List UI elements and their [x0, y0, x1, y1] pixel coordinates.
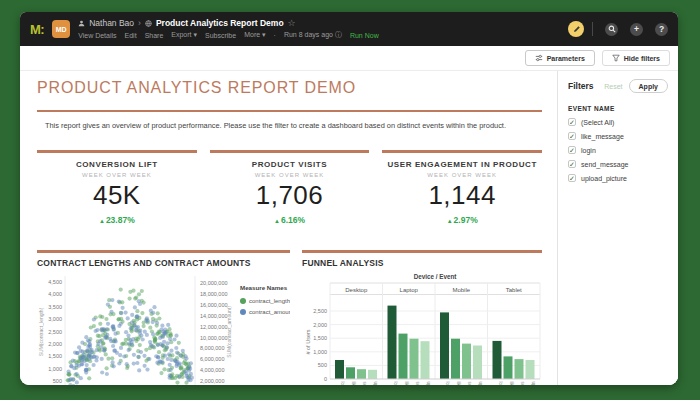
contract-scatter-svg[interactable]: 4,5004,0003,5003,0002,5002,0001,5001,000… [37, 270, 290, 385]
filters-apply-button[interactable]: Apply [629, 79, 668, 93]
topbar-action-edit[interactable]: Edit [125, 32, 137, 39]
svg-text:upload_picture: upload_picture [531, 382, 536, 386]
main-area: PRODUCT ANALYTICS REPORT DEMO This repor… [20, 71, 678, 385]
kpi-card-user-engagement: USER ENGAGEMENT IN PRODUCT WEEK OVER WEE… [382, 150, 542, 232]
svg-text:18,000,000: 18,000,000 [200, 291, 228, 297]
add-icon[interactable]: + [630, 23, 643, 36]
kpi-title: PRODUCT VISITS [210, 160, 370, 169]
checkbox-icon[interactable]: ✓ [568, 160, 576, 168]
svg-text:SUM(contract_length): SUM(contract_length) [38, 307, 44, 356]
filters-title: Filters [568, 81, 604, 91]
filter-option-label: (Select All) [581, 119, 614, 126]
chart-title: FUNNEL ANALYSIS [302, 258, 542, 268]
checkbox-icon[interactable]: ✓ [568, 118, 576, 126]
topbar-action-more[interactable]: More ▾ [244, 31, 265, 39]
svg-text:upload_picture: upload_picture [478, 382, 483, 386]
svg-text:1,000: 1,000 [313, 349, 327, 355]
svg-text:contract_amour: contract_amour [249, 309, 290, 315]
funnel-bars-svg[interactable]: Device / Event05001,0001,5002,0002,500# … [302, 270, 542, 385]
report-canvas: PRODUCT ANALYTICS REPORT DEMO This repor… [20, 71, 557, 385]
filters-header: Filters Reset Apply [568, 79, 668, 93]
kpi-delta: ▲2.97% [382, 215, 542, 225]
svg-text:Device / Event: Device / Event [414, 273, 458, 280]
workspace-avatar[interactable]: MD [52, 20, 70, 38]
topbar-action-export[interactable]: Export ▾ [171, 31, 197, 39]
checkbox-icon[interactable]: ✓ [568, 132, 576, 140]
title-divider [37, 110, 542, 112]
svg-text:Tablet: Tablet [506, 287, 522, 293]
svg-text:3,000: 3,000 [48, 316, 62, 322]
up-triangle-icon: ▲ [99, 218, 105, 224]
parameters-button[interactable]: Parameters [525, 50, 595, 66]
filter-section-title: EVENT NAME [568, 105, 668, 112]
feedback-icon[interactable] [568, 21, 584, 37]
favorite-star-icon[interactable]: ☆ [288, 19, 296, 28]
svg-text:1,500: 1,500 [48, 353, 62, 359]
svg-text:Mobile: Mobile [452, 287, 470, 293]
filter-option-label: send_message [581, 161, 628, 168]
topbar-actions-row: View DetailsEditShareExport ▾SubscribeMo… [78, 30, 379, 40]
filter-option-login[interactable]: ✓login [568, 146, 668, 154]
svg-text:like_message: like_message [509, 382, 514, 386]
up-triangle-icon: ▲ [447, 218, 453, 224]
run-now-button[interactable]: Run Now [350, 32, 379, 39]
topbar-action-view-details[interactable]: View Details [78, 32, 116, 39]
svg-text:14,000,000: 14,000,000 [200, 313, 228, 319]
user-icon [78, 20, 85, 27]
filter-option-send_message[interactable]: ✓send_message [568, 160, 668, 168]
svg-text:login: login [498, 382, 503, 386]
svg-text:3,500: 3,500 [48, 304, 62, 310]
breadcrumb-user[interactable]: Nathan Bao [89, 18, 134, 28]
svg-text:send_message: send_message [415, 382, 420, 386]
dot-separator: · [274, 32, 276, 39]
filter-option-upload_picture[interactable]: ✓upload_picture [568, 174, 668, 182]
page-title: PRODUCT ANALYTICS REPORT DEMO [37, 79, 542, 97]
mode-logo[interactable]: M: [30, 22, 44, 37]
svg-text:send_message: send_message [520, 382, 525, 386]
svg-text:12,000,000: 12,000,000 [200, 324, 228, 330]
svg-text:4,000,000: 4,000,000 [200, 367, 224, 373]
kpi-value: 1,706 [210, 180, 370, 211]
report-toolbar: Parameters Hide filters [20, 46, 678, 71]
filter-options-list: ✓(Select All)✓like_message✓login✓send_me… [568, 118, 668, 182]
filter-option-like_message[interactable]: ✓like_message [568, 132, 668, 140]
svg-text:8,000,000: 8,000,000 [200, 345, 224, 351]
svg-text:1,000: 1,000 [48, 366, 62, 372]
topbar-action-share[interactable]: Share [145, 32, 164, 39]
svg-text:6,000,000: 6,000,000 [200, 356, 224, 362]
svg-text:2,500: 2,500 [48, 329, 62, 335]
topbar-titles: Nathan Bao › Product Analytics Report De… [78, 18, 379, 40]
search-icon[interactable] [605, 23, 618, 36]
svg-text:500: 500 [318, 362, 327, 368]
checkbox-icon[interactable]: ✓ [568, 146, 576, 154]
svg-text:Measure Names: Measure Names [240, 284, 288, 291]
svg-text:1,500: 1,500 [313, 335, 327, 341]
kpi-subtitle: WEEK OVER WEEK [382, 172, 542, 178]
svg-text:2,000: 2,000 [313, 322, 327, 328]
filters-reset-link[interactable]: Reset [604, 83, 622, 90]
svg-text:4,000: 4,000 [48, 291, 62, 297]
svg-text:20,000,000: 20,000,000 [200, 280, 228, 286]
svg-text:0: 0 [324, 376, 327, 382]
svg-text:login: login [340, 382, 345, 386]
filter-option-selectall[interactable]: ✓(Select All) [568, 118, 668, 126]
kpi-value: 45K [37, 180, 197, 211]
info-icon[interactable]: ⓘ [335, 31, 342, 38]
svg-text:500: 500 [53, 378, 62, 384]
kpi-delta: ▲23.87% [37, 215, 197, 225]
topbar-action-subscribe[interactable]: Subscribe [205, 32, 236, 39]
kpi-row: CONVERSION LIFT WEEK OVER WEEK 45K ▲23.8… [37, 150, 542, 232]
report-title-breadcrumb[interactable]: Product Analytics Report Demo [156, 18, 284, 28]
svg-text:16,000,000: 16,000,000 [200, 302, 228, 308]
kpi-card-product-visits: PRODUCT VISITS WEEK OVER WEEK 1,706 ▲6.1… [210, 150, 370, 232]
topbar: M: MD Nathan Bao › Product Analytics Rep… [20, 12, 678, 46]
checkbox-icon[interactable]: ✓ [568, 174, 576, 182]
help-icon[interactable]: ? [655, 23, 668, 36]
run-status: Run 8 days ago ⓘ [284, 30, 342, 40]
svg-text:send_message: send_message [467, 382, 472, 386]
svg-text:Laptop: Laptop [400, 287, 419, 293]
up-triangle-icon: ▲ [274, 218, 280, 224]
svg-text:# of Users: # of Users [305, 329, 311, 354]
hide-filters-button[interactable]: Hide filters [602, 50, 670, 66]
svg-text:2,000: 2,000 [48, 341, 62, 347]
